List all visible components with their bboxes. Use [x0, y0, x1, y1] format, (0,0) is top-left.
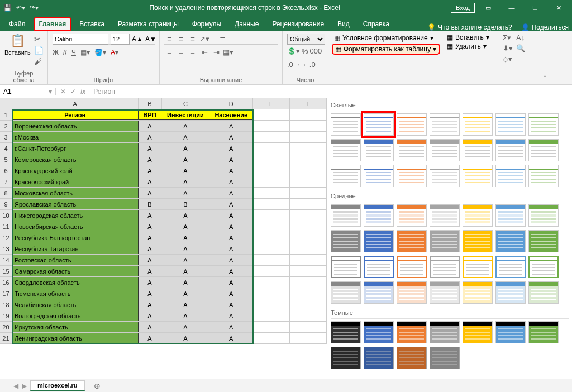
maximize-icon[interactable]: ☐	[525, 4, 545, 12]
table-style-thumb[interactable]	[397, 139, 427, 161]
sort-filter-icon[interactable]: A↓	[516, 34, 525, 42]
format-as-table-button[interactable]: ▦Форматировать как таблицу ▾	[332, 44, 440, 55]
fx-icon[interactable]: fx	[80, 88, 85, 95]
fill-color-icon[interactable]: 🪣▾	[94, 49, 106, 56]
tab-formulas[interactable]: Формулы	[187, 17, 227, 31]
format-painter-icon[interactable]: 🖌	[34, 57, 44, 66]
close-icon[interactable]: ✕	[549, 4, 569, 12]
align-right-icon[interactable]: ≡	[188, 47, 198, 57]
table-style-thumb[interactable]	[463, 139, 493, 161]
table-style-thumb[interactable]	[397, 204, 427, 227]
table-style-thumb[interactable]	[495, 204, 526, 227]
table-style-thumb[interactable]	[397, 230, 427, 252]
font-name-input[interactable]	[53, 34, 108, 45]
table-style-thumb[interactable]	[430, 256, 460, 278]
enter-formula-icon[interactable]: ✓	[70, 88, 76, 95]
table-style-thumb[interactable]	[397, 113, 427, 136]
tab-review[interactable]: Рецензирование	[266, 17, 330, 31]
add-sheet-icon[interactable]: ⊕	[88, 381, 106, 390]
table-style-thumb[interactable]	[430, 165, 460, 187]
collapse-ribbon-icon[interactable]: ˄	[538, 31, 551, 84]
tab-view[interactable]: Вид	[332, 17, 355, 31]
col-header[interactable]: C	[162, 98, 210, 109]
select-all-corner[interactable]	[0, 98, 12, 109]
table-style-thumb[interactable]	[331, 321, 361, 343]
table-style-thumb[interactable]	[364, 139, 394, 161]
col-header[interactable]: A	[12, 98, 139, 109]
tab-layout[interactable]: Разметка страницы	[112, 17, 184, 31]
signin-button[interactable]: Вход	[451, 3, 475, 13]
minimize-icon[interactable]: —	[502, 4, 522, 11]
col-header[interactable]: E	[253, 98, 290, 109]
table-style-thumb[interactable]	[463, 204, 493, 227]
table-style-thumb[interactable]	[397, 256, 427, 278]
border-icon[interactable]: ▦▾	[80, 49, 90, 56]
decrease-indent-icon[interactable]: ⇤	[199, 47, 209, 57]
table-style-thumb[interactable]	[364, 347, 394, 369]
cancel-formula-icon[interactable]: ✕	[60, 88, 66, 95]
align-top-icon[interactable]: ≡	[164, 34, 174, 44]
table-style-thumb[interactable]	[430, 281, 460, 304]
table-style-thumb[interactable]	[364, 230, 394, 252]
redo-icon[interactable]: ↷▾	[30, 4, 39, 12]
table-style-thumb[interactable]	[331, 347, 361, 369]
align-middle-icon[interactable]: ≡	[176, 34, 186, 44]
table-style-thumb[interactable]	[397, 165, 427, 187]
table-style-thumb[interactable]	[397, 281, 427, 304]
col-header[interactable]: D	[209, 98, 253, 109]
table-style-thumb[interactable]	[463, 281, 493, 304]
tab-home[interactable]: Главная	[34, 17, 72, 31]
number-format-select[interactable]: Общий	[287, 34, 325, 45]
increase-font-icon[interactable]: A▲	[132, 35, 143, 43]
table-style-thumb[interactable]	[463, 230, 493, 252]
merge-icon[interactable]: ▦▾	[223, 47, 233, 57]
bold-icon[interactable]: Ж	[53, 49, 59, 56]
table-style-thumb[interactable]	[331, 256, 361, 278]
table-style-thumb[interactable]	[331, 281, 361, 304]
share-button[interactable]: 👤Поделиться	[521, 23, 569, 31]
paste-button[interactable]: 📋 Вставить	[4, 34, 31, 69]
table-style-thumb[interactable]	[430, 230, 460, 252]
sheet-tab[interactable]: microexcel.ru	[30, 380, 85, 391]
cut-icon[interactable]: ✂	[34, 35, 44, 44]
save-icon[interactable]: 💾	[3, 4, 12, 12]
table-style-thumb[interactable]	[397, 321, 427, 343]
table-style-thumb[interactable]	[463, 321, 493, 343]
sheet-nav-next-icon[interactable]: ▶	[22, 382, 27, 390]
table-style-thumb[interactable]	[528, 113, 559, 136]
undo-icon[interactable]: ↶▾	[16, 4, 25, 12]
table-style-thumb[interactable]	[463, 113, 493, 136]
align-bottom-icon[interactable]: ≡	[188, 34, 198, 44]
table-style-thumb[interactable]	[528, 256, 559, 278]
copy-icon[interactable]: 📄	[34, 46, 44, 55]
table-style-thumb[interactable]	[463, 256, 493, 278]
font-size-input[interactable]	[111, 34, 130, 45]
percent-icon[interactable]: %	[302, 47, 308, 58]
increase-decimal-icon[interactable]: .0→	[287, 60, 301, 71]
increase-indent-icon[interactable]: ⇥	[211, 47, 221, 57]
decrease-font-icon[interactable]: A▼	[145, 35, 156, 43]
table-style-thumb[interactable]	[331, 165, 361, 187]
ribbon-display-icon[interactable]: ▭	[478, 4, 498, 12]
table-style-thumb[interactable]	[430, 347, 460, 369]
table-style-thumb[interactable]	[364, 281, 394, 304]
tell-me[interactable]: 💡Что вы хотите сделать?	[427, 23, 512, 31]
delete-cells-button[interactable]: ▦Удалить ▾	[447, 42, 496, 50]
table-style-thumb[interactable]	[331, 204, 361, 227]
wrap-text-icon[interactable]: ≣	[217, 34, 227, 44]
table-style-thumb[interactable]	[495, 230, 526, 252]
italic-icon[interactable]: К	[63, 49, 67, 56]
new-table-style-button[interactable]: ▦Создать стиль таблицы...	[331, 374, 569, 375]
table-style-thumb[interactable]	[331, 230, 361, 252]
comma-icon[interactable]: 000	[310, 47, 322, 58]
col-header[interactable]: F	[290, 98, 327, 109]
tab-data[interactable]: Данные	[229, 17, 264, 31]
col-header[interactable]: B	[139, 98, 162, 109]
table-style-thumb[interactable]	[495, 113, 526, 136]
table-style-thumb[interactable]	[331, 139, 361, 161]
table-style-thumb[interactable]	[430, 113, 460, 136]
table-style-thumb[interactable]	[397, 347, 427, 369]
table-style-thumb[interactable]	[528, 204, 559, 227]
table-style-thumb[interactable]	[528, 165, 559, 187]
table-style-thumb[interactable]	[528, 139, 559, 161]
